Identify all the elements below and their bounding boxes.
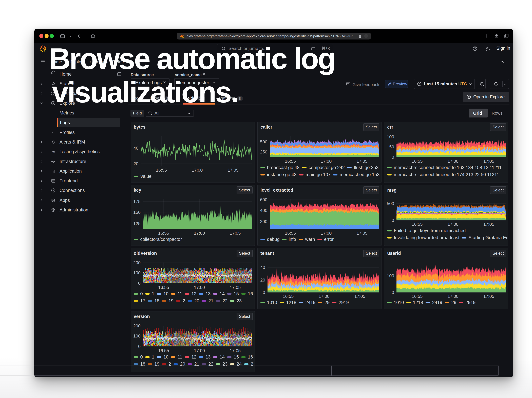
svg-text:0: 0: [392, 290, 394, 295]
svg-text:16:55: 16:55: [158, 348, 169, 353]
svg-text:17:00: 17:00: [194, 285, 205, 290]
svg-text:250: 250: [260, 149, 267, 155]
svg-text:16:55: 16:55: [412, 159, 423, 164]
svg-text:16:55: 16:55: [285, 230, 296, 236]
svg-text:40: 40: [260, 265, 265, 270]
svg-text:17:05: 17:05: [230, 230, 241, 236]
svg-text:400: 400: [260, 208, 267, 213]
svg-text:0: 0: [138, 281, 140, 286]
svg-text:0: 0: [392, 218, 394, 223]
svg-text:16:55: 16:55: [412, 222, 423, 227]
svg-text:20: 20: [260, 278, 265, 283]
svg-text:17:05: 17:05: [483, 159, 494, 164]
svg-text:17:00: 17:00: [194, 230, 205, 236]
svg-text:200: 200: [133, 323, 140, 328]
svg-text:17:05: 17:05: [356, 230, 367, 236]
svg-text:175: 175: [133, 199, 140, 204]
svg-text:0: 0: [392, 155, 394, 160]
svg-text:100: 100: [133, 270, 140, 275]
svg-text:50: 50: [389, 144, 394, 149]
svg-text:17:00: 17:00: [194, 348, 205, 353]
svg-text:17:00: 17:00: [318, 294, 329, 299]
svg-text:17:05: 17:05: [230, 285, 241, 290]
svg-text:17:05: 17:05: [228, 168, 238, 173]
svg-text:16:55: 16:55: [158, 285, 169, 290]
svg-text:17:00: 17:00: [321, 230, 332, 236]
svg-text:17:00: 17:00: [321, 159, 332, 164]
svg-text:0: 0: [138, 344, 140, 349]
svg-text:17:05: 17:05: [483, 222, 494, 227]
svg-text:17:05: 17:05: [356, 159, 367, 164]
svg-text:600: 600: [260, 197, 267, 202]
svg-text:200: 200: [133, 260, 140, 265]
svg-text:16:55: 16:55: [285, 159, 296, 164]
svg-text:17:05: 17:05: [483, 294, 494, 299]
svg-text:40: 40: [133, 146, 138, 151]
svg-text:k6: k6: [53, 152, 54, 153]
svg-text:16:55: 16:55: [158, 230, 169, 236]
svg-text:17:00: 17:00: [447, 222, 458, 227]
svg-text:16:55: 16:55: [283, 294, 294, 299]
svg-text:100: 100: [387, 273, 394, 278]
svg-text:150: 150: [133, 210, 140, 215]
svg-text:20: 20: [133, 161, 138, 166]
svg-text:16:55: 16:55: [156, 168, 167, 173]
svg-text:125: 125: [133, 221, 140, 226]
svg-text:16:55: 16:55: [412, 294, 423, 299]
svg-text:0: 0: [263, 290, 265, 295]
svg-text:17:05: 17:05: [230, 348, 241, 353]
svg-text:17:00: 17:00: [192, 168, 203, 173]
svg-text:500: 500: [387, 201, 394, 206]
svg-text:17:00: 17:00: [447, 159, 458, 164]
svg-text:17:00: 17:00: [447, 294, 458, 299]
svg-text:17:05: 17:05: [354, 294, 365, 299]
svg-text:500: 500: [260, 139, 267, 144]
svg-text:200: 200: [260, 219, 267, 224]
svg-text:100: 100: [133, 333, 140, 338]
svg-text:100: 100: [387, 134, 394, 139]
